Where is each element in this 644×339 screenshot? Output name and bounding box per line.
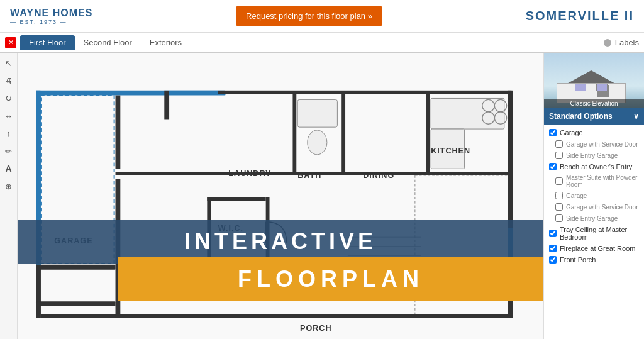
header: WAYNE HOMES — EST. 1973 — Request pricin… — [0, 0, 644, 33]
option-item[interactable]: Garage — [544, 127, 644, 138]
svg-rect-13 — [341, 94, 345, 174]
svg-rect-7 — [218, 91, 512, 94]
main-area: ↖ 🖨 ↻ ↔ ↕ ✏ A ⊕ — [0, 53, 644, 339]
option-label: Master Suite with Powder Room — [566, 174, 639, 188]
option-item[interactable]: Side Entry Garage — [544, 150, 644, 161]
cursor-icon[interactable]: ↖ — [3, 57, 15, 69]
house-window-right-icon — [596, 84, 608, 91]
labels-toggle[interactable]: Labels — [604, 38, 639, 47]
floorplan-banner: FLOORPLAN — [118, 257, 543, 301]
floorplan-text: FLOORPLAN — [238, 266, 424, 292]
option-item[interactable]: Front Porch — [544, 254, 644, 265]
option-label: Side Entry Garage — [566, 152, 618, 159]
toggle-dot-icon — [604, 39, 611, 47]
svg-rect-19 — [207, 197, 265, 201]
option-item[interactable]: Garage with Service Door — [544, 201, 644, 213]
option-item[interactable]: Master Suite with Powder Room — [544, 172, 644, 190]
arrow-v-icon[interactable]: ↕ — [3, 127, 15, 140]
options-header: Standard Options ∨ — [544, 108, 644, 125]
tab-exteriors[interactable]: Exteriors — [141, 35, 191, 50]
pencil-icon[interactable]: ✏ — [3, 145, 15, 157]
label-bath: BATH — [297, 171, 321, 180]
svg-rect-22 — [41, 314, 120, 318]
option-item[interactable]: Tray Ceiling at Master Bedroom — [544, 224, 644, 243]
elevation-label: Classic Elevation — [544, 99, 644, 108]
option-item[interactable]: Bench at Owner's Entry — [544, 161, 644, 172]
option-checkbox[interactable] — [549, 163, 557, 170]
options-list: GarageGarage with Service DoorSide Entry… — [544, 125, 644, 268]
toolbar: ↖ 🖨 ↻ ↔ ↕ ✏ A ⊕ — [0, 53, 18, 339]
option-checkbox[interactable] — [555, 192, 563, 199]
label-porch: PORCH — [300, 324, 331, 333]
house-illustration: Classic Elevation — [544, 53, 644, 108]
arrow-h-icon[interactable]: ↔ — [3, 109, 15, 122]
svg-rect-14 — [426, 94, 430, 174]
chevron-down-icon: ∨ — [633, 112, 639, 121]
svg-rect-3 — [36, 301, 115, 306]
close-button[interactable]: ✕ — [5, 37, 16, 48]
svg-rect-23 — [116, 314, 513, 318]
option-label: Side Entry Garage — [566, 215, 618, 222]
model-name: SOMERVILLE II — [526, 9, 634, 23]
option-checkbox[interactable] — [555, 214, 563, 222]
option-item[interactable]: Fireplace at Great Room — [544, 243, 644, 254]
label-kitchen: KITCHEN — [431, 147, 470, 155]
svg-rect-24 — [297, 99, 337, 127]
option-checkbox[interactable] — [549, 245, 557, 252]
brand: WAYNE HOMES — EST. 1973 — — [10, 8, 92, 25]
svg-rect-21 — [36, 301, 41, 318]
option-checkbox[interactable] — [549, 256, 557, 264]
svg-rect-5 — [164, 91, 169, 120]
request-pricing-button[interactable]: Request pricing for this floor plan — [236, 6, 382, 26]
option-item[interactable]: Side Entry Garage — [544, 213, 644, 224]
option-checkbox[interactable] — [555, 152, 563, 159]
option-label: Garage with Service Door — [566, 141, 638, 148]
option-checkbox[interactable] — [549, 129, 557, 136]
option-label: Garage — [560, 129, 583, 136]
right-panel: › Classic Elevation Standard Options ∨ G… — [543, 53, 644, 339]
floorplan-area: LAUNDRY BATH DINING KITCHEN W.I.C. GARAG… — [18, 53, 543, 339]
label-laundry: LAUNDRY — [228, 169, 271, 178]
tab-first-floor[interactable]: First Floor — [20, 35, 75, 50]
svg-point-25 — [308, 130, 327, 155]
svg-rect-2 — [36, 265, 115, 270]
option-item[interactable]: Garage — [544, 190, 644, 201]
option-label: Tray Ceiling at Master Bedroom — [560, 226, 639, 241]
svg-rect-12 — [292, 94, 296, 174]
option-checkbox[interactable] — [555, 177, 563, 185]
option-label: Bench at Owner's Entry — [560, 163, 632, 170]
option-label: Front Porch — [560, 256, 596, 264]
interactive-text: INTERACTIVE — [184, 228, 377, 254]
tab-second-floor[interactable]: Second Floor — [75, 35, 141, 50]
svg-rect-6 — [169, 91, 218, 94]
print-icon[interactable]: 🖨 — [3, 74, 15, 87]
tabbar: ✕ First Floor Second Floor Exteriors Lab… — [0, 33, 644, 53]
options-header-label: Standard Options — [549, 112, 613, 121]
option-label: Fireplace at Great Room — [560, 245, 635, 252]
labels-text: Labels — [615, 38, 639, 47]
brand-sub: — EST. 1973 — — [10, 19, 67, 25]
option-label: Garage with Service Door — [566, 204, 638, 211]
option-checkbox[interactable] — [549, 230, 557, 237]
option-checkbox[interactable] — [555, 203, 563, 211]
rotate-cw-icon[interactable]: ↻ — [3, 92, 15, 104]
option-checkbox[interactable] — [555, 140, 563, 148]
plus-minus-icon[interactable]: ⊕ — [3, 180, 15, 192]
house-window-left-icon — [575, 84, 586, 91]
brand-name: WAYNE HOMES — [10, 8, 92, 19]
option-label: Garage — [566, 192, 587, 199]
svg-rect-4 — [36, 265, 41, 306]
label-dining: DINING — [363, 171, 394, 180]
svg-rect-10 — [116, 96, 121, 169]
option-item[interactable]: Garage with Service Door — [544, 138, 644, 150]
text-icon[interactable]: A — [3, 162, 15, 175]
